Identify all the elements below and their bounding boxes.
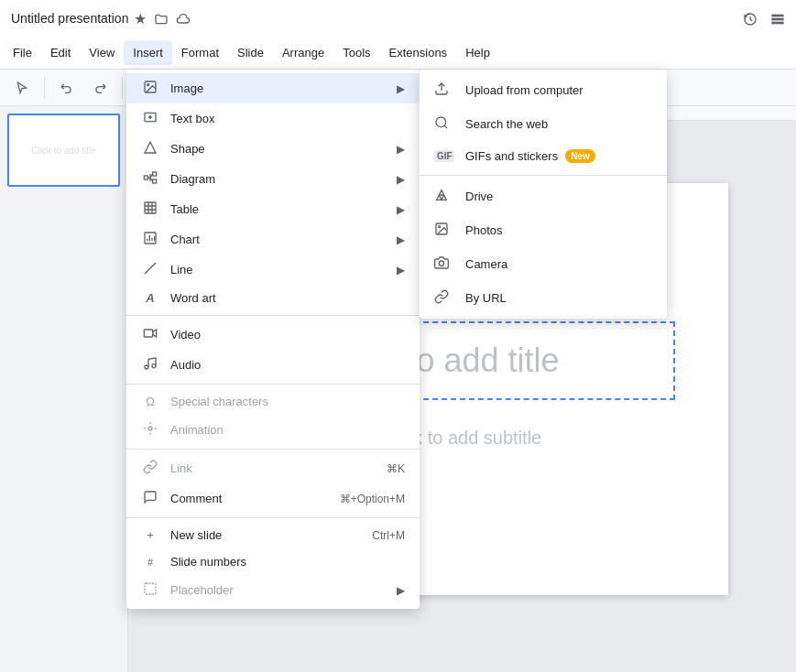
upload-icon (434, 81, 454, 99)
submenu-row-searchweb[interactable]: Search the web (420, 107, 667, 141)
cloud-icon[interactable] (176, 10, 191, 27)
menu-row-table[interactable]: Table ▶ (126, 194, 420, 224)
menu-row-audio[interactable]: Audio (126, 350, 420, 380)
submenu-label-photos: Photos (465, 223, 502, 237)
menu-label-video: Video (170, 328, 405, 341)
menu-view[interactable]: View (80, 40, 124, 65)
svg-point-13 (145, 365, 148, 369)
submenu-row-gifs[interactable]: GIF GIFs and stickers New (420, 141, 667, 171)
menu-label-specialchars: Special characters (170, 395, 405, 408)
photos-icon (434, 222, 454, 239)
top-right-icons (743, 10, 785, 27)
special-icon: Ω (141, 395, 159, 408)
menu-tools[interactable]: Tools (333, 40, 379, 65)
table-submenu-arrow: ▶ (397, 203, 405, 216)
menu-sep-2 (126, 384, 420, 385)
menu-row-video[interactable]: Video (126, 320, 420, 350)
menu-row-placeholder[interactable]: Placeholder ▶ (126, 575, 420, 605)
slide-panel: Click to add title (0, 106, 128, 672)
menu-row-wordart[interactable]: A Word art (126, 285, 420, 311)
menu-extensions[interactable]: Extensions (380, 40, 457, 65)
menu-insert[interactable]: Insert (124, 40, 172, 65)
svg-point-20 (439, 226, 441, 228)
comment-shortcut: ⌘+Option+M (340, 493, 405, 505)
submenu-row-camera[interactable]: Camera (420, 247, 667, 281)
menu-row-line[interactable]: Line ▶ (126, 255, 420, 285)
menu-edit[interactable]: Edit (41, 40, 80, 65)
menu-help[interactable]: Help (456, 40, 499, 65)
submenu-label-byurl: By URL (465, 291, 507, 305)
diagram-icon (141, 170, 159, 188)
menu-label-newslide: New slide (170, 528, 372, 542)
placeholder-icon (141, 581, 159, 599)
menu-file[interactable]: File (4, 40, 41, 65)
link-icon (141, 460, 159, 477)
menu-label-line: Line (170, 263, 397, 276)
toolbar-select[interactable] (7, 77, 37, 99)
menu-row-image[interactable]: Image ▶ (126, 73, 420, 103)
menu-row-link[interactable]: Link ⌘K (126, 453, 420, 483)
history-icon[interactable] (743, 10, 758, 27)
menu-slide[interactable]: Slide (228, 40, 273, 65)
menu-row-diagram[interactable]: Diagram ▶ (126, 164, 420, 194)
folder-icon[interactable] (154, 10, 169, 27)
diagram-submenu-arrow: ▶ (397, 173, 405, 186)
title-icons: ★ (134, 10, 191, 27)
toolbar-sep-1 (44, 77, 45, 99)
submenu-label-camera: Camera (465, 257, 507, 271)
line-icon (141, 261, 159, 278)
submenu-row-byurl[interactable]: By URL (420, 281, 667, 315)
placeholder-submenu-arrow: ▶ (397, 584, 405, 597)
submenu-row-drive[interactable]: Drive (420, 179, 667, 213)
submenu-label-searchweb: Search the web (465, 117, 548, 131)
menu-row-textbox[interactable]: Text box (126, 103, 420, 134)
table-icon (141, 201, 159, 218)
menu-sep-3 (126, 449, 420, 450)
comment-icon (141, 490, 159, 507)
image-submenu: Upload from computer Search the web GIF … (420, 70, 667, 319)
menu-label-placeholder: Placeholder (170, 583, 397, 597)
submenu-sep-1 (420, 175, 667, 176)
menu-sep-4 (126, 517, 420, 518)
submenu-label-drive: Drive (465, 190, 493, 203)
menu-arrange[interactable]: Arrange (273, 40, 333, 65)
menu-label-wordart: Word art (170, 291, 405, 305)
submenu-row-upload[interactable]: Upload from computer (420, 73, 667, 107)
slidenumbers-icon: # (141, 557, 159, 568)
svg-rect-9 (153, 179, 157, 183)
link-shortcut: ⌘K (387, 462, 405, 475)
chart-submenu-arrow: ▶ (397, 233, 405, 246)
menu-label-shape: Shape (170, 142, 397, 156)
new-badge: New (565, 149, 595, 163)
star-icon[interactable]: ★ (134, 10, 147, 27)
audio-icon (141, 356, 159, 374)
menu-row-specialchars[interactable]: Ω Special characters (126, 388, 420, 415)
submenu-row-photos[interactable]: Photos (420, 213, 667, 247)
toolbar-redo[interactable] (85, 77, 114, 99)
menu-row-slidenumbers[interactable]: # Slide numbers (126, 548, 420, 575)
slide-thumbnail[interactable]: Click to add title (7, 114, 120, 187)
menu-label-table: Table (170, 202, 397, 216)
svg-rect-3 (772, 22, 783, 23)
submenu-label-gifs: GIFs and stickers (465, 149, 558, 163)
toolbar-undo[interactable] (52, 77, 82, 99)
menu-row-newslide[interactable]: + New slide Ctrl+M (126, 522, 420, 548)
menu-row-comment[interactable]: Comment ⌘+Option+M (126, 483, 420, 514)
menu-label-textbox: Text box (170, 112, 405, 125)
menu-icon[interactable] (770, 10, 785, 27)
animation-icon (141, 421, 159, 439)
menu-label-audio: Audio (170, 358, 405, 372)
menu-sep-1 (126, 315, 420, 316)
drive-icon (434, 188, 454, 205)
svg-rect-12 (144, 330, 152, 337)
menu-label-chart: Chart (170, 233, 397, 246)
menu-row-shape[interactable]: Shape ▶ (126, 134, 420, 164)
menu-bar: File Edit View Insert Format Slide Arran… (0, 37, 796, 70)
submenu-label-upload: Upload from computer (465, 83, 583, 97)
video-icon (141, 326, 159, 343)
menu-row-animation[interactable]: Animation (126, 415, 420, 445)
svg-rect-2 (772, 18, 783, 19)
menu-row-chart[interactable]: Chart ▶ (126, 224, 420, 255)
svg-rect-16 (145, 583, 156, 594)
menu-format[interactable]: Format (172, 40, 228, 65)
